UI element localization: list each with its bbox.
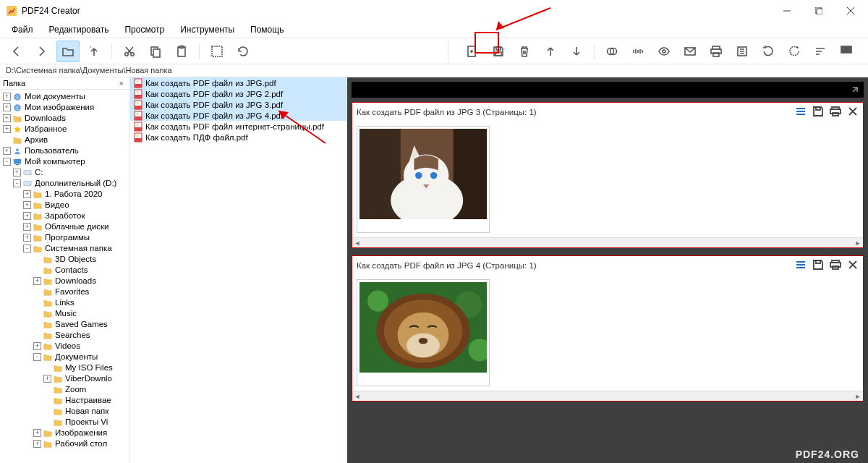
expand-icon[interactable]: + <box>33 440 41 448</box>
tree-item[interactable]: +Изображения <box>0 428 129 438</box>
tree-item[interactable]: +Videos <box>0 341 129 352</box>
tree-item[interactable]: My ISO Files <box>0 362 129 373</box>
collapsed-doc-strip[interactable] <box>352 82 864 98</box>
save-button[interactable] <box>487 41 510 62</box>
tree-item[interactable]: 3D Objects <box>0 254 129 265</box>
expand-icon[interactable]: + <box>23 201 31 209</box>
preview-button[interactable] <box>652 41 676 62</box>
doc-close-icon[interactable] <box>847 259 859 272</box>
expand-icon[interactable]: + <box>3 114 11 122</box>
email-button[interactable] <box>678 41 702 62</box>
open-folder-button[interactable] <box>56 41 80 62</box>
doc-menu-icon[interactable] <box>795 106 807 119</box>
tree-item[interactable]: +ViberDownlo <box>0 373 129 384</box>
tree-item[interactable]: Searches <box>0 330 129 341</box>
rotate-left-button[interactable] <box>757 41 780 62</box>
menu-help[interactable]: Помощь <box>243 22 291 37</box>
expand-icon[interactable]: + <box>23 234 31 242</box>
tree-item[interactable]: -Дополнительный (D:) <box>0 178 129 189</box>
tree-item[interactable]: +C: <box>0 167 129 178</box>
fax-button[interactable] <box>731 41 754 62</box>
tree-item[interactable]: -Документы <box>0 352 129 362</box>
tree-item[interactable]: Links <box>0 297 129 308</box>
expand-icon[interactable]: - <box>3 158 11 166</box>
paste-button[interactable] <box>170 41 193 62</box>
expand-icon[interactable]: + <box>23 212 31 220</box>
tree-item[interactable]: -Системная папка <box>0 243 129 254</box>
expand-icon[interactable]: + <box>43 375 51 383</box>
page-thumbnail[interactable] <box>357 126 490 233</box>
menu-view[interactable]: Просмотр <box>117 22 171 37</box>
menu-tools[interactable]: Инструменты <box>173 22 242 37</box>
tree-item[interactable]: Music <box>0 308 129 319</box>
tree-item[interactable]: +Мои изображения <box>0 102 129 113</box>
tree-item[interactable]: +1. Работа 2020 <box>0 189 129 200</box>
nav-up-button[interactable] <box>82 41 106 62</box>
tree-item[interactable]: +Программы <box>0 232 129 243</box>
nav-back-button[interactable] <box>4 41 27 62</box>
expand-icon[interactable]: + <box>3 93 11 101</box>
menu-file[interactable]: Файл <box>4 22 41 37</box>
rotate-right-button[interactable] <box>783 41 806 62</box>
doc-save-icon[interactable] <box>812 259 824 272</box>
tree-item[interactable]: Zoom <box>0 384 129 395</box>
tree-item[interactable]: -Мой компьютер <box>0 156 129 167</box>
doc-close-icon[interactable] <box>847 106 859 119</box>
page-thumbnail[interactable] <box>357 279 490 386</box>
menu-edit[interactable]: Редактировать <box>42 22 116 37</box>
tree-item[interactable]: Новая папк <box>0 406 129 417</box>
doc-print-icon[interactable] <box>830 259 841 272</box>
doc-print-icon[interactable] <box>830 106 841 119</box>
tree-item[interactable]: +Видео <box>0 200 129 211</box>
expand-icon[interactable]: - <box>23 245 31 252</box>
doc-scrollbar[interactable]: ◄► <box>352 391 863 401</box>
tree-item[interactable]: +Заработок <box>0 211 129 221</box>
expand-icon[interactable]: + <box>23 190 31 198</box>
tree-item[interactable]: +Downloads <box>0 113 129 124</box>
copy-button[interactable] <box>144 41 167 62</box>
tree-item[interactable]: Архив <box>0 135 129 145</box>
file-row[interactable]: Как создать PDF файл из JPG 4.pdf <box>130 110 346 121</box>
grid-view-button[interactable] <box>835 41 858 62</box>
sidebar-close-icon[interactable]: × <box>116 79 127 88</box>
file-row[interactable]: Как создать ПДФ файл.pdf <box>130 132 346 143</box>
delete-button[interactable] <box>513 41 536 62</box>
expand-icon[interactable]: + <box>3 147 11 155</box>
new-doc-button[interactable] <box>461 41 484 62</box>
expand-icon[interactable]: + <box>13 169 21 177</box>
maximize-button[interactable] <box>803 0 835 22</box>
tree-item[interactable]: +Мои документы <box>0 91 129 102</box>
file-list[interactable]: Как создать PDF файл из JPG.pdfКак созда… <box>130 77 347 463</box>
file-row[interactable]: Как создать PDF файл из JPG 2.pdf <box>130 88 346 99</box>
folder-tree[interactable]: +Мои документы+Мои изображения+Downloads… <box>0 90 129 463</box>
print-button[interactable] <box>705 41 728 62</box>
cut-button[interactable] <box>118 41 141 62</box>
doc-menu-icon[interactable] <box>795 259 807 272</box>
tree-item[interactable]: Contacts <box>0 265 129 276</box>
expand-icon[interactable]: + <box>3 103 11 111</box>
expand-icon[interactable]: + <box>33 277 41 285</box>
merge-button[interactable] <box>600 41 624 62</box>
file-row[interactable]: Как создать PDF файл интернет-страницы.p… <box>130 121 346 132</box>
tree-item[interactable]: Проекты Vi <box>0 417 129 428</box>
tree-item[interactable]: +Избранное <box>0 124 129 135</box>
tree-item[interactable]: Saved Games <box>0 319 129 330</box>
nav-forward-button[interactable] <box>30 41 54 62</box>
doc-scrollbar[interactable]: ◄► <box>352 237 863 247</box>
select-all-button[interactable] <box>205 41 229 62</box>
tree-item[interactable]: +Downloads <box>0 276 129 286</box>
expand-icon[interactable]: + <box>33 429 41 437</box>
expand-icon[interactable]: - <box>33 353 41 361</box>
move-down-button[interactable] <box>565 41 588 62</box>
split-button[interactable] <box>626 41 650 62</box>
expand-icon[interactable]: + <box>23 223 31 231</box>
expand-icon[interactable]: - <box>13 179 21 187</box>
expand-icon[interactable]: + <box>3 125 11 133</box>
move-up-button[interactable] <box>539 41 562 62</box>
tree-item[interactable]: +Облачные диски <box>0 221 129 232</box>
close-button[interactable] <box>835 0 867 22</box>
tree-item[interactable]: +Рабочий стол <box>0 438 129 449</box>
expand-icon[interactable]: + <box>33 342 41 350</box>
tree-item[interactable]: Favorites <box>0 286 129 297</box>
minimize-button[interactable] <box>771 0 803 22</box>
